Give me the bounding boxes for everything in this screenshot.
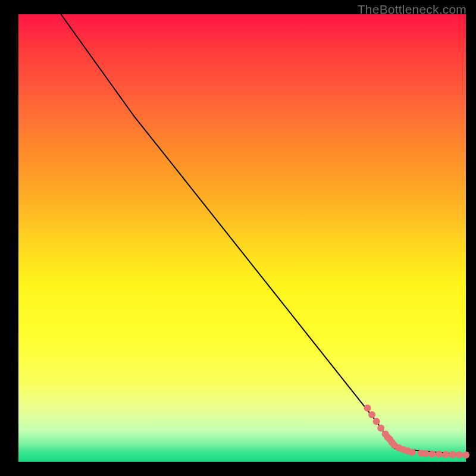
- marker-point: [442, 451, 449, 458]
- marker-point: [422, 450, 429, 457]
- chart-svg: [18, 14, 466, 462]
- marker-point: [364, 405, 371, 412]
- plot-area: [18, 14, 466, 462]
- marker-point: [373, 418, 380, 425]
- marker-point: [462, 452, 469, 459]
- marker-point: [429, 450, 436, 458]
- marker-point: [409, 449, 416, 456]
- marker-point: [377, 425, 384, 432]
- marker-point: [449, 451, 456, 458]
- marker-point: [456, 452, 463, 459]
- marker-point: [436, 451, 443, 458]
- curve-line: [61, 14, 466, 455]
- chart-container: TheBottleneck.com: [0, 0, 476, 476]
- marker-point: [368, 411, 375, 418]
- curve-path: [61, 14, 466, 455]
